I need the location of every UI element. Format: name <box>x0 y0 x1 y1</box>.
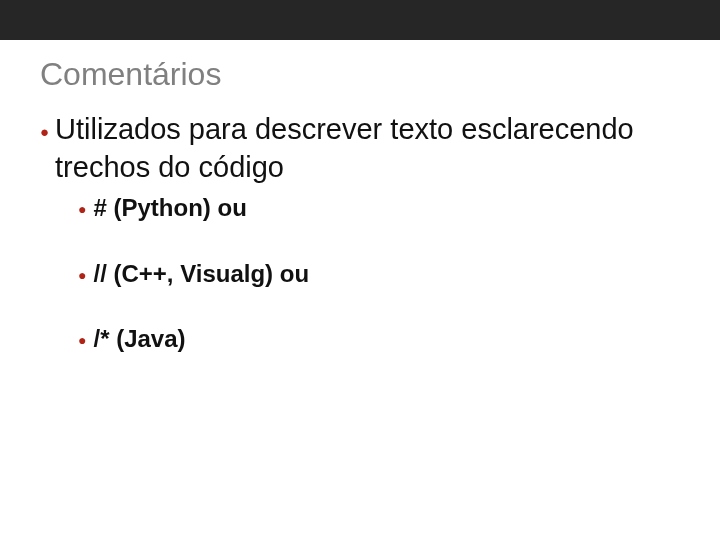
main-point-text: Utilizados para descrever texto esclarec… <box>55 111 680 186</box>
main-point: ● Utilizados para descrever texto esclar… <box>40 111 680 186</box>
bullet-icon: ● <box>78 192 93 223</box>
sub-point-text: // (C++, Visualg) ou <box>93 258 309 289</box>
list-item: ● # (Python) ou <box>78 192 680 223</box>
sub-point-text: # (Python) ou <box>93 192 246 223</box>
sub-points-list: ● # (Python) ou ● // (C++, Visualg) ou ●… <box>78 192 680 354</box>
bullet-icon: ● <box>78 323 93 354</box>
bullet-icon: ● <box>40 111 55 148</box>
list-item: ● // (C++, Visualg) ou <box>78 258 680 289</box>
list-item: ● /* (Java) <box>78 323 680 354</box>
sub-point-text: /* (Java) <box>93 323 185 354</box>
slide-title: Comentários <box>40 56 680 93</box>
slide-content: Comentários ● Utilizados para descrever … <box>0 40 720 354</box>
top-bar <box>0 0 720 40</box>
bullet-icon: ● <box>78 258 93 289</box>
